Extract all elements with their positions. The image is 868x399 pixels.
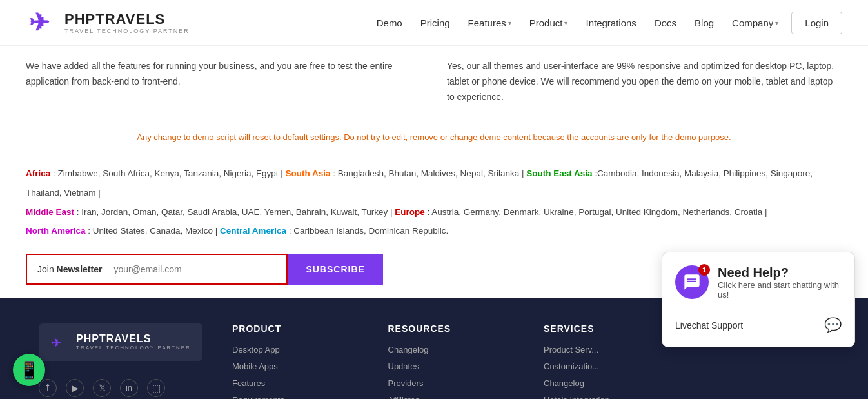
nav-features[interactable]: Features▾ (468, 17, 511, 28)
northamerica-label: North America (26, 226, 86, 236)
nav-pricing[interactable]: Pricing (420, 17, 450, 28)
europe-label: Europe (395, 207, 425, 217)
sea-label: South East Asia (526, 169, 592, 178)
chat-icon (683, 273, 701, 291)
newsletter-label: Join Newsletter (37, 264, 102, 274)
list-item: Desktop App (232, 344, 362, 354)
footer-link-affiliates[interactable]: Affiliates (388, 395, 420, 399)
list-item: Mobile Apps (232, 361, 362, 371)
login-button[interactable]: Login (791, 12, 842, 34)
list-item: Product Serv... (544, 344, 674, 354)
nav-company[interactable]: Company▾ (732, 17, 778, 28)
notice-text: Any change to demo script will reset to … (26, 131, 842, 145)
list-item: Changelog (544, 378, 674, 388)
footer-logo-col: ✈ PHPTRAVELS TRAVEL TECHNOLOGY PARTNER f… (39, 323, 206, 399)
footer-product-title: PRODUCT (232, 323, 362, 334)
regions-section: Africa : Zimbabwe, South Africa, Kenya, … (26, 164, 842, 241)
subscribe-button[interactable]: SUBSCRIBE (288, 254, 382, 285)
footer-link-changelog[interactable]: Changelog (388, 345, 429, 354)
list-item: Providers (388, 378, 518, 388)
southasia-countries: : Bangladesh, Bhutan, Maldives, Nepal, S… (331, 169, 524, 178)
nav-docs[interactable]: Docs (655, 17, 676, 28)
africa-countries: : Zimbabwe, South Africa, Kenya, Tanzani… (50, 169, 282, 178)
list-item: Requirements (232, 394, 362, 399)
footer-services-col: SERVICES Product Serv... Customizatio...… (544, 323, 674, 399)
footer-resources-title: RESOURCES (388, 323, 518, 334)
centralamerica-countries: : Caribbean Islands, Dominican Republic. (286, 226, 448, 236)
chat-subtitle: Click here and start chatting with us! (718, 280, 842, 300)
centralamerica-label: Central America (220, 226, 286, 236)
footer-product-col: PRODUCT Desktop App Mobile Apps Features… (232, 323, 362, 399)
linkedin-icon[interactable]: in (120, 379, 138, 397)
nav-blog[interactable]: Blog (695, 17, 714, 28)
newsletter-box: Join Newsletter (26, 254, 288, 285)
newsletter-email-input[interactable] (108, 260, 276, 278)
list-item: Hotels Integration (544, 394, 674, 399)
social-icons-row: f ▶ 𝕏 in ⬚ (39, 379, 206, 397)
svg-text:✈: ✈ (51, 336, 62, 350)
nav-product[interactable]: Product▾ (529, 17, 568, 28)
list-item: Customizatio... (544, 361, 674, 371)
list-item: Affiliates (388, 394, 518, 399)
footer-link-mobile-apps[interactable]: Mobile Apps (232, 362, 278, 371)
footer-resources-col: RESOURCES Changelog Updates Providers Af… (388, 323, 518, 399)
logo-area: ✈ PHPTRAVELS TRAVEL TECHNOLOGY PARTNER (26, 6, 190, 39)
footer-link-changelog2[interactable]: Changelog (544, 378, 584, 388)
header: ✈ PHPTRAVELS TRAVEL TECHNOLOGY PARTNER D… (0, 0, 868, 46)
content-columns: We have added all the features for runni… (26, 59, 842, 105)
instagram-icon[interactable]: ⬚ (147, 379, 165, 397)
southasia-label: South Asia (285, 169, 330, 178)
footer-link-product-serv[interactable]: Product Serv... (544, 345, 598, 354)
footer-resources-list: Changelog Updates Providers Affiliates (388, 344, 518, 399)
main-nav: Demo Pricing Features▾ Product▾ Integrat… (377, 17, 779, 28)
col2-text: Yes, our all themes and user-interface a… (447, 59, 842, 105)
youtube-icon[interactable]: ▶ (66, 379, 84, 397)
footer-product-list: Desktop App Mobile Apps Features Require… (232, 344, 362, 399)
divider (26, 118, 842, 118)
whatsapp-button[interactable]: 📱 (13, 354, 45, 386)
footer-services-list: Product Serv... Customizatio... Changelo… (544, 344, 674, 399)
chat-widget-header: 1 Need Help? Click here and start chatti… (675, 265, 842, 300)
chat-footer-label: Livechat Support (675, 320, 743, 331)
list-item: Changelog (388, 344, 518, 354)
footer-logo-box: ✈ PHPTRAVELS TRAVEL TECHNOLOGY PARTNER (39, 323, 202, 361)
svg-text:✈: ✈ (29, 9, 50, 36)
twitter-icon[interactable]: 𝕏 (93, 379, 111, 397)
list-item: Features (232, 378, 362, 388)
footer-link-desktop-app[interactable]: Desktop App (232, 345, 280, 354)
europe-countries: : Austria, Germany, Denmark, Ukraine, Po… (425, 207, 767, 217)
whatsapp-icon: 📱 (19, 360, 39, 380)
footer-logo-name: PHPTRAVELS (76, 333, 191, 345)
footer-logo-sub: TRAVEL TECHNOLOGY PARTNER (76, 345, 191, 351)
chat-title: Need Help? (718, 265, 842, 280)
footer-link-customization[interactable]: Customizatio... (544, 362, 599, 371)
footer-link-features[interactable]: Features (232, 378, 265, 388)
logo-name: PHPTRAVELS TRAVEL TECHNOLOGY PARTNER (64, 11, 190, 34)
chat-widget[interactable]: 1 Need Help? Click here and start chatti… (662, 252, 855, 347)
middleeast-label: Middle East (26, 207, 74, 217)
footer-link-updates[interactable]: Updates (388, 362, 419, 371)
chat-bubble-icon: 1 (675, 265, 709, 299)
middleeast-countries: : Iran, Jordan, Oman, Qatar, Saudi Arabi… (74, 207, 393, 217)
chat-footer[interactable]: Livechat Support 💬 (675, 309, 842, 334)
footer-logo-icon: ✈ (50, 332, 70, 352)
facebook-icon[interactable]: f (39, 379, 57, 397)
africa-label: Africa (26, 169, 50, 178)
chat-footer-icon: 💬 (824, 317, 842, 334)
logo-icon: ✈ (26, 6, 58, 39)
northamerica-countries: : United States, Canada, Mexico | (86, 226, 218, 236)
nav-demo[interactable]: Demo (377, 17, 402, 28)
footer-link-hotels-integration[interactable]: Hotels Integration (544, 395, 609, 399)
footer-services-title: SERVICES (544, 323, 674, 334)
footer-link-requirements[interactable]: Requirements (232, 395, 284, 399)
col1-text: We have added all the features for runni… (26, 59, 421, 105)
nav-integrations[interactable]: Integrations (586, 17, 636, 28)
footer-link-providers[interactable]: Providers (388, 378, 424, 388)
list-item: Updates (388, 361, 518, 371)
chat-badge: 1 (698, 264, 710, 276)
